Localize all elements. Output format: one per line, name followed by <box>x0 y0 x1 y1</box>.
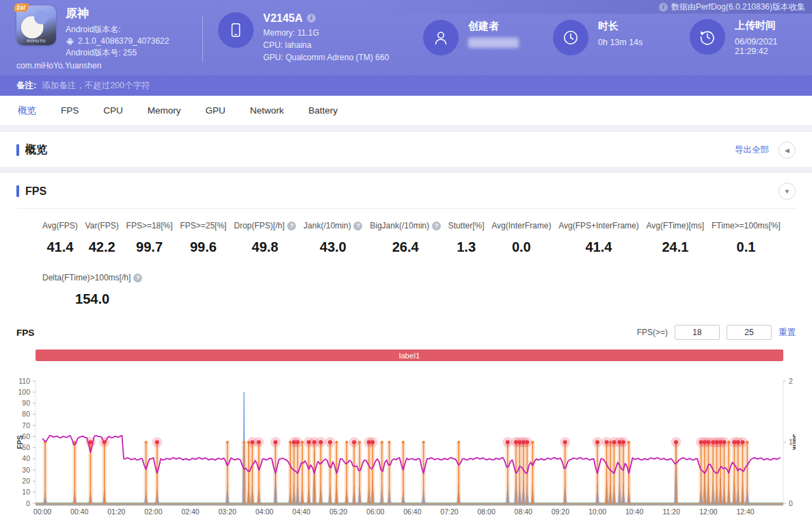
help-icon[interactable]: ? <box>133 274 142 282</box>
svg-text:30: 30 <box>22 466 30 474</box>
header: i 数据由PerfDog(6.0.210836)版本收集 1st miHoYo … <box>0 0 812 75</box>
stat-label: Drop(FPS)[/h] <box>234 221 284 230</box>
stat-Avg(FPS): Avg(FPS)41.4 <box>42 221 78 255</box>
export-all-link[interactable]: 导出全部 <box>735 144 769 156</box>
app-version-name: 2.1.0_4086379_4073622 <box>78 36 169 47</box>
svg-text:2: 2 <box>789 377 793 385</box>
svg-text:0: 0 <box>26 499 30 507</box>
chevron-down-icon: ▼ <box>784 188 790 195</box>
fps-section-title: FPS <box>16 185 46 198</box>
fps-threshold-input-2[interactable] <box>727 325 772 340</box>
svg-text:04:40: 04:40 <box>293 507 310 515</box>
svg-text:00:00: 00:00 <box>33 507 51 515</box>
stat-label: Avg(InterFrame) <box>491 221 551 230</box>
svg-text:07:20: 07:20 <box>440 507 458 515</box>
stat-label: FPS>=25[%] <box>180 221 226 230</box>
creator-label: 创建者 <box>468 20 519 33</box>
section-gap <box>0 126 812 132</box>
duration-label: 时长 <box>598 20 642 33</box>
collapse-left-button[interactable]: ◀ <box>779 142 796 159</box>
svg-text:03:20: 03:20 <box>219 507 236 515</box>
help-icon[interactable]: ? <box>353 222 362 230</box>
overview-card: 概览 导出全部 ◀ <box>0 132 812 167</box>
collapse-down-button[interactable]: ▼ <box>779 183 796 200</box>
svg-text:40: 40 <box>22 454 30 462</box>
stat-value: 1.3 <box>448 239 485 255</box>
upload-label: 上传时间 <box>735 19 796 32</box>
stat-label: FPS>=18[%] <box>126 221 173 230</box>
help-icon[interactable]: ? <box>287 222 296 230</box>
remark-input[interactable] <box>42 81 452 90</box>
fps-stats-row2: Delta(FTime)>100ms[/h]?154.0 <box>42 273 781 307</box>
tab-Battery[interactable]: Battery <box>308 105 338 116</box>
overview-title: 概览 <box>16 143 47 157</box>
svg-text:02:00: 02:00 <box>144 507 162 515</box>
device-memory: Memory: 11.1G <box>263 27 389 39</box>
stat-FTime>=100ms[%]: FTime>=100ms[%]0.1 <box>712 221 781 255</box>
stat-BigJank(/10min): BigJank(/10min)?26.4 <box>370 221 441 255</box>
svg-text:02:40: 02:40 <box>181 507 199 515</box>
stat-label: Stutter[%] <box>448 221 485 230</box>
device-info-icon[interactable]: i <box>307 14 316 23</box>
person-icon <box>423 20 459 55</box>
chart-label-banner[interactable]: label1 <box>36 349 783 361</box>
upload-value: 06/09/2021 21:29:42 <box>735 37 796 56</box>
stat-Avg(FPS+InterFrame): Avg(FPS+InterFrame)41.4 <box>558 221 638 255</box>
tab-Memory[interactable]: Memory <box>148 105 181 116</box>
collect-info: i 数据由PerfDog(6.0.210836)版本收集 <box>366 0 812 14</box>
chevron-left-icon: ◀ <box>785 147 789 154</box>
info-icon: i <box>659 3 668 12</box>
fps-card: FPS ▼ Avg(FPS)41.4Var(FPS)42.2FPS>=18[%]… <box>0 173 812 515</box>
stat-label: Var(FPS) <box>85 221 119 230</box>
stat-label: FTime>=100ms[%] <box>712 221 781 230</box>
stat-value: 154.0 <box>42 291 142 307</box>
chart-title: FPS <box>16 328 34 338</box>
svg-text:FPS: FPS <box>16 435 24 449</box>
stat-Var(FPS): Var(FPS)42.2 <box>85 221 119 255</box>
tab-FPS[interactable]: FPS <box>61 105 79 116</box>
svg-text:12:40: 12:40 <box>736 507 754 515</box>
clock-icon <box>553 20 588 55</box>
creator-info: 创建者 <box>423 20 553 55</box>
title-accent-bar <box>16 144 19 156</box>
stat-value: 41.4 <box>42 239 78 255</box>
tab-CPU[interactable]: CPU <box>103 105 123 116</box>
stat-Avg(FTime)[ms]: Avg(FTime)[ms]24.1 <box>647 221 705 255</box>
stat-Delta(FTime)>100ms[/h]: Delta(FTime)>100ms[/h]?154.0 <box>42 273 142 307</box>
help-icon[interactable]: ? <box>432 222 441 230</box>
stat-value: 24.1 <box>647 239 705 255</box>
stat-Jank(/10min): Jank(/10min)?43.0 <box>303 221 362 255</box>
stat-value: 43.0 <box>303 239 362 255</box>
android-icon <box>66 37 75 46</box>
app-title: 原神 <box>66 5 169 21</box>
stat-label: Avg(FPS+InterFrame) <box>558 221 638 230</box>
svg-text:08:00: 08:00 <box>477 507 495 515</box>
fps-chart: 0102030405060708090100110FPS012Jank00:00… <box>16 372 796 515</box>
svg-text:09:20: 09:20 <box>552 507 569 515</box>
title-accent-bar <box>16 185 19 197</box>
tab-概览[interactable]: 概览 <box>18 105 36 117</box>
stat-Drop(FPS)[/h]: Drop(FPS)[/h]?49.8 <box>234 221 296 255</box>
fps-threshold-filter: FPS(>=) 重置 <box>637 325 796 340</box>
stat-Stutter[%]: Stutter[%]1.3 <box>448 221 485 255</box>
svg-text:08:40: 08:40 <box>515 507 532 515</box>
svg-text:90: 90 <box>22 399 30 407</box>
device-gpu: GPU: Qualcomm Adreno (TM) 660 <box>263 51 389 64</box>
fps-threshold-input-1[interactable] <box>675 325 720 340</box>
first-badge: 1st <box>14 3 29 12</box>
stat-label: BigJank(/10min) <box>370 221 429 230</box>
stat-value: 99.7 <box>126 239 173 255</box>
svg-text:10: 10 <box>22 488 30 496</box>
svg-text:80: 80 <box>22 410 30 418</box>
tab-Network[interactable]: Network <box>250 105 284 116</box>
creator-name-blurred <box>468 38 519 48</box>
svg-text:11:20: 11:20 <box>663 507 681 515</box>
stat-FPS>=18[%]: FPS>=18[%]99.7 <box>126 221 173 255</box>
svg-text:06:40: 06:40 <box>403 507 421 515</box>
reset-link[interactable]: 重置 <box>779 327 796 339</box>
tab-GPU[interactable]: GPU <box>206 105 226 116</box>
stat-value: 99.6 <box>180 239 226 255</box>
remark-bar: 备注: <box>0 75 812 96</box>
svg-text:12:00: 12:00 <box>699 507 717 515</box>
app-icon-watermark: miHoYo <box>16 38 56 43</box>
